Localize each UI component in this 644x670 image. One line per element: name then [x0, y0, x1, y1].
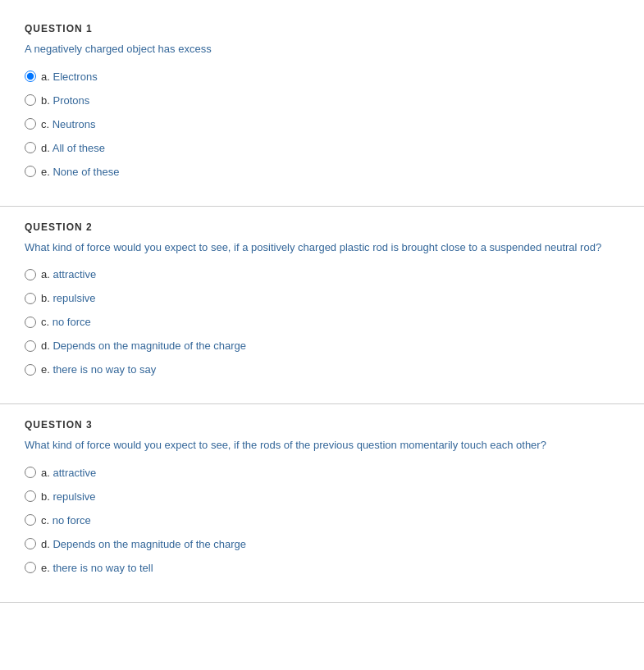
option-item-q1-e: e. None of these — [25, 164, 619, 180]
label-q3-b[interactable]: b. repulsive — [41, 490, 96, 503]
question-3-options: a. attractiveb. repulsivec. no forced. D… — [25, 465, 619, 576]
quiz-container: QUESTION 1A negatively charged object ha… — [0, 0, 644, 611]
radio-q1-d[interactable] — [25, 142, 36, 153]
label-q2-d[interactable]: d. Depends on the magnitude of the charg… — [41, 340, 246, 352]
radio-q3-c[interactable] — [25, 514, 36, 526]
radio-q2-b[interactable] — [25, 293, 36, 304]
label-q2-a[interactable]: a. attractive — [41, 268, 96, 280]
option-item-q1-a: a. Electrons — [25, 69, 619, 84]
option-item-q2-b: b. repulsive — [25, 290, 619, 306]
radio-q3-b[interactable] — [25, 490, 36, 502]
question-2-text: What kind of force would you expect to s… — [25, 239, 619, 256]
question-1-label: QUESTION 1 — [25, 23, 619, 34]
radio-q1-e[interactable] — [25, 166, 36, 177]
question-3-label: QUESTION 3 — [25, 419, 619, 431]
radio-q1-b[interactable] — [25, 94, 36, 106]
question-1-options: a. Electronsb. Protonsc. Neutronsd. All … — [25, 69, 619, 180]
label-q1-e[interactable]: e. None of these — [41, 166, 119, 178]
radio-q2-c[interactable] — [25, 317, 36, 328]
label-q3-c[interactable]: c. no force — [41, 514, 91, 526]
option-item-q3-a: a. attractive — [25, 465, 619, 481]
option-item-q3-c: c. no force — [25, 513, 619, 528]
option-item-q3-b: b. repulsive — [25, 489, 619, 504]
option-item-q2-d: d. Depends on the magnitude of the charg… — [25, 338, 619, 353]
question-3: QUESTION 3What kind of force would you e… — [0, 404, 644, 603]
question-2: QUESTION 2What kind of force would you e… — [0, 207, 644, 405]
label-q3-d[interactable]: d. Depends on the magnitude of the charg… — [41, 538, 246, 550]
question-2-label: QUESTION 2 — [25, 221, 619, 233]
option-item-q1-d: d. All of these — [25, 140, 619, 156]
option-item-q2-e: e. there is no way to say — [25, 362, 619, 377]
question-1-text: A negatively charged object has excess — [25, 41, 619, 57]
label-q1-b[interactable]: b. Protons — [41, 94, 89, 107]
label-q1-a[interactable]: a. Electrons — [41, 71, 98, 83]
option-item-q1-b: b. Protons — [25, 93, 619, 108]
option-item-q2-a: a. attractive — [25, 267, 619, 282]
radio-q3-a[interactable] — [25, 467, 36, 478]
radio-q2-a[interactable] — [25, 269, 36, 280]
option-item-q2-c: c. no force — [25, 314, 619, 330]
option-item-q1-c: c. Neutrons — [25, 116, 619, 132]
radio-q1-c[interactable] — [25, 118, 36, 130]
option-item-q3-d: d. Depends on the magnitude of the charg… — [25, 536, 619, 552]
radio-q2-e[interactable] — [25, 364, 36, 376]
radio-q2-d[interactable] — [25, 340, 36, 352]
label-q3-a[interactable]: a. attractive — [41, 467, 96, 479]
option-item-q3-e: e. there is no way to tell — [25, 560, 619, 576]
label-q1-d[interactable]: d. All of these — [41, 142, 105, 154]
question-1: QUESTION 1A negatively charged object ha… — [0, 8, 644, 207]
label-q2-b[interactable]: b. repulsive — [41, 292, 96, 304]
label-q2-c[interactable]: c. no force — [41, 316, 91, 328]
radio-q1-a[interactable] — [25, 71, 36, 82]
question-3-text: What kind of force would you expect to s… — [25, 437, 619, 454]
question-2-options: a. attractiveb. repulsivec. no forced. D… — [25, 267, 619, 377]
label-q1-c[interactable]: c. Neutrons — [41, 118, 95, 130]
label-q2-e[interactable]: e. there is no way to say — [41, 363, 156, 376]
radio-q3-d[interactable] — [25, 538, 36, 549]
label-q3-e[interactable]: e. there is no way to tell — [41, 562, 153, 574]
radio-q3-e[interactable] — [25, 562, 36, 573]
